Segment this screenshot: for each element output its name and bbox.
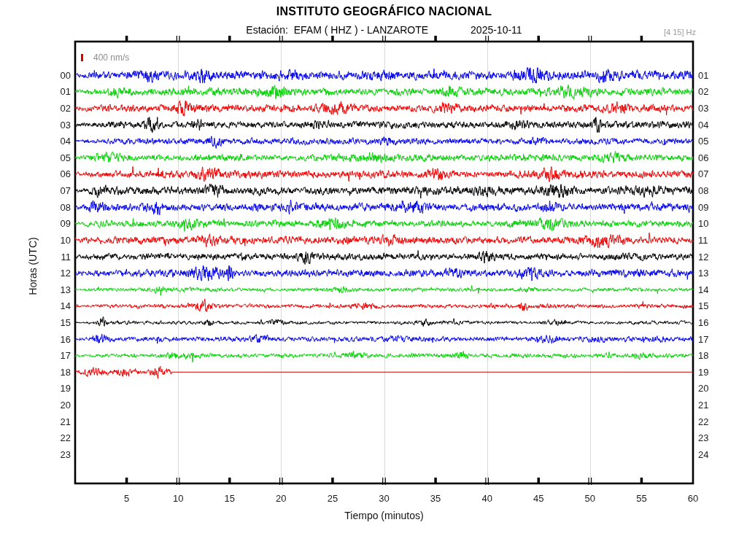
x-tick-label: 50: [574, 493, 606, 504]
right-hour-label: 17: [698, 334, 727, 345]
left-hour-label: 22: [0, 432, 71, 443]
left-hour-label: 00: [0, 70, 71, 81]
right-hour-label: 21: [698, 400, 727, 411]
left-hour-label: 07: [0, 185, 71, 196]
left-hour-label: 19: [0, 383, 71, 394]
scale-legend: 400 nm/s: [81, 52, 129, 63]
right-hour-label: 04: [698, 120, 727, 131]
right-hour-label: 02: [698, 86, 727, 97]
left-hour-label: 09: [0, 218, 71, 229]
x-axis-label: Tiempo (minutos): [75, 510, 693, 521]
left-hour-label: 23: [0, 449, 71, 460]
right-hour-label: 06: [698, 152, 727, 163]
right-hour-label: 01: [698, 70, 727, 81]
right-hour-label: 20: [698, 383, 727, 394]
left-hour-label: 12: [0, 268, 71, 279]
right-hour-label: 03: [698, 103, 727, 114]
right-hour-label: 18: [698, 350, 727, 361]
right-hour-label: 09: [698, 202, 727, 213]
left-hour-label: 04: [0, 136, 71, 147]
right-hour-label: 08: [698, 185, 727, 196]
left-hour-label: 06: [0, 168, 71, 179]
left-hour-label: 01: [0, 86, 71, 97]
right-hour-label: 11: [698, 235, 727, 246]
left-hour-label: 21: [0, 416, 71, 427]
left-hour-label: 08: [0, 202, 71, 213]
left-hour-label: 13: [0, 284, 71, 295]
page-title: INSTITUTO GEOGRÁFICO NACIONAL: [75, 5, 693, 18]
left-hour-label: 03: [0, 120, 71, 131]
right-hour-label: 07: [698, 168, 727, 179]
right-hour-label: 15: [698, 300, 727, 311]
x-tick-label: 15: [214, 493, 246, 504]
left-hour-label: 18: [0, 367, 71, 378]
left-hour-label: 20: [0, 400, 71, 411]
date-label: 2025-10-11: [471, 24, 522, 36]
x-tick-label: 20: [265, 493, 297, 504]
x-tick-label: 40: [471, 493, 503, 504]
right-hour-label: 12: [698, 252, 727, 262]
subtitle: Estación: EFAM ( HHZ ) - LANZAROTE 2025-…: [75, 24, 693, 36]
right-hour-label: 24: [698, 449, 727, 460]
station-label: Estación: EFAM ( HHZ ) - LANZAROTE: [246, 24, 428, 36]
seismogram-canvas: [0, 0, 747, 560]
right-hour-label: 13: [698, 268, 727, 279]
left-hour-label: 10: [0, 235, 71, 246]
right-hour-label: 14: [698, 284, 727, 295]
right-hour-label: 10: [698, 218, 727, 229]
right-hour-label: 23: [698, 432, 727, 443]
helicorder-page: INSTITUTO GEOGRÁFICO NACIONAL Estación: …: [0, 0, 747, 560]
x-tick-label: 45: [522, 493, 554, 504]
x-tick-label: 35: [419, 493, 452, 504]
right-hour-label: 05: [698, 136, 727, 147]
x-tick-label: 25: [317, 493, 349, 504]
right-hour-label: 19: [698, 367, 727, 378]
x-tick-label: 60: [677, 493, 709, 504]
left-hour-label: 15: [0, 317, 71, 328]
x-tick-label: 10: [162, 493, 194, 504]
x-tick-label: 30: [368, 493, 400, 504]
left-hour-label: 05: [0, 152, 71, 163]
left-hour-label: 16: [0, 334, 71, 345]
scale-label: 400 nm/s: [93, 52, 129, 63]
scale-bar-icon: [81, 54, 83, 61]
right-hour-label: 22: [698, 416, 727, 427]
right-hour-label: 16: [698, 317, 727, 328]
left-hour-label: 11: [0, 252, 71, 262]
x-tick-label: 55: [625, 493, 657, 504]
left-hour-label: 02: [0, 103, 71, 114]
filter-band-label: [4 15] Hz: [664, 28, 696, 36]
left-hour-label: 17: [0, 350, 71, 361]
x-tick-label: 5: [111, 493, 143, 504]
left-hour-label: 14: [0, 300, 71, 311]
